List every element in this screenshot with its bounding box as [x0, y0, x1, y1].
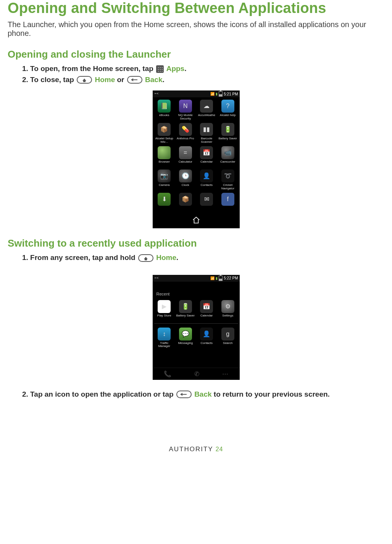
app-label: Contacts — [197, 184, 217, 190]
app-icon: 📗 — [158, 100, 171, 113]
home-keyword: Home — [156, 253, 176, 262]
app-icon: ▶ — [158, 300, 171, 313]
home-key-icon — [77, 76, 92, 84]
app-label: Battery Saver — [175, 314, 196, 321]
app-label — [175, 207, 196, 214]
status-time: 5:22 PM — [224, 276, 238, 280]
app-icon: 📅 — [200, 146, 213, 159]
section1-step1: 1. To open, from the Home screen, tap Ap… — [22, 63, 384, 74]
signal-icon: ▮ — [216, 276, 218, 280]
app-label: Traffic Manager — [154, 342, 175, 349]
text: . — [176, 253, 178, 262]
app-icon: 💊 — [179, 123, 192, 136]
app-label: AccuWeathe — [197, 114, 217, 121]
app-icon: N — [179, 100, 192, 113]
app-icon: 📹 — [221, 146, 234, 159]
footer-brand: AUTHORITY — [169, 446, 213, 453]
app-search[interactable]: gSearch — [218, 328, 238, 349]
empty-space — [154, 349, 238, 367]
back-key-icon — [127, 76, 142, 84]
app-camcorder[interactable]: 📹Camcorder — [218, 146, 238, 167]
app-ebooks[interactable]: 📗eBooks — [154, 100, 175, 121]
app-calendar[interactable]: 📅Calendar — [197, 300, 217, 321]
app-label: Calendar — [197, 160, 217, 167]
usb-icon — [154, 92, 160, 95]
app-alcatel-help[interactable]: ?Alcatel help — [218, 100, 238, 121]
app-icon: ⬇ — [158, 193, 171, 206]
home-icon — [192, 216, 200, 224]
section-switching-heading: Switching to a recently used application — [8, 237, 384, 249]
footer-page-number: 24 — [216, 446, 223, 452]
recent-row-2: ↕Traffic Manager💬Messaging👤ContactsgSear… — [154, 328, 238, 349]
section1-steps: 1. To open, from the Home screen, tap Ap… — [22, 63, 384, 85]
app-clock[interactable]: 🕒Clock — [175, 169, 196, 190]
app-messaging[interactable]: 💬Messaging — [175, 328, 196, 349]
app-barcode-scanner[interactable]: ▮▮Barcode Scanner — [197, 123, 217, 144]
app-label — [197, 207, 217, 214]
app-contacts[interactable]: 👤Contacts — [197, 328, 217, 349]
app-label: eBooks — [154, 114, 175, 121]
app-label: Cricket Navigator — [218, 184, 238, 190]
section-opening-closing-heading: Opening and closing the Launcher — [8, 48, 384, 60]
app-traffic-manager[interactable]: ↕Traffic Manager — [154, 328, 175, 349]
row-separator — [154, 323, 238, 324]
launcher-home-indicator — [153, 215, 240, 228]
intro-paragraph: The Launcher, which you open from the Ho… — [8, 20, 384, 38]
app-label: Contacts — [197, 342, 217, 349]
section2-step1: 1. From any screen, tap and hold Home. — [22, 252, 384, 263]
app-item[interactable]: ✉ — [197, 193, 217, 214]
app-icon: f — [221, 193, 234, 206]
status-bar: 📶 ▮ 5:22 PM — [153, 275, 240, 282]
text: . — [162, 76, 164, 84]
section2-step2: 2. Tap an icon to open the application o… — [22, 389, 384, 400]
app-battery-saver[interactable]: 🔋Battery Saver — [175, 300, 196, 321]
app-settings[interactable]: ⚙Settings — [218, 300, 238, 321]
recent-row-1: ▶Play Store🔋Battery Saver📅Calendar⚙Setti… — [154, 300, 238, 321]
app-item[interactable]: ⬇ — [154, 193, 175, 214]
app-icon: = — [179, 146, 192, 159]
app-icon: 📅 — [200, 300, 213, 313]
wifi-icon: 📶 — [210, 92, 215, 96]
app-label: Battery Saver — [218, 137, 238, 144]
home-keyword: Home — [95, 76, 115, 84]
text: . — [184, 65, 186, 73]
app-label: Camera — [154, 184, 175, 190]
app-item[interactable]: 📦 — [175, 193, 196, 214]
app-calculator[interactable]: =Calculator — [175, 146, 196, 167]
app-nq-mobile-security[interactable]: NNQ Mobile Security — [175, 100, 196, 121]
section2-steps-top: 1. From any screen, tap and hold Home. — [22, 252, 384, 263]
page-footer: AUTHORITY24 — [8, 446, 384, 461]
app-play-store[interactable]: ▶Play Store — [154, 300, 175, 321]
section2-steps-bottom: 2. Tap an icon to open the application o… — [22, 389, 384, 400]
launcher-screenshot: 📶 ▮ 5:21 PM 📗eBooksNNQ Mobile Security☁A… — [153, 90, 240, 228]
back-keyword: Back — [194, 390, 211, 398]
home-key-icon — [138, 254, 153, 262]
app-icon: 💬 — [179, 328, 192, 341]
app-camera[interactable]: 📷Camera — [154, 169, 175, 190]
section1-step2: 2. To close, tap Home or Back. — [22, 74, 384, 86]
app-label: Messaging — [175, 342, 196, 349]
app-alcatel-setup-wiz-[interactable]: 📦Alcatel Setup Wiz... — [154, 123, 175, 144]
app-icon: 👤 — [200, 169, 213, 182]
app-label: Calendar — [197, 314, 217, 321]
status-bar: 📶 ▮ 5:21 PM — [153, 90, 240, 97]
usb-icon — [154, 276, 160, 280]
app-icon: 🔋 — [221, 123, 234, 136]
app-label: Alcatel Setup Wiz... — [154, 137, 175, 144]
app-icon: 🕒 — [179, 169, 192, 182]
app-icon: ➰ — [221, 169, 234, 182]
app-calendar[interactable]: 📅Calendar — [197, 146, 217, 167]
app-label: Settings — [218, 314, 238, 321]
status-right: 📶 ▮ 5:21 PM — [210, 91, 238, 97]
app-browser[interactable]: Browser — [154, 146, 175, 167]
app-accuweathe[interactable]: ☁AccuWeathe — [197, 100, 217, 121]
app-icon: ⚙ — [221, 300, 234, 313]
app-cricket-navigator[interactable]: ➰Cricket Navigator — [218, 169, 238, 190]
signal-icon: ▮ — [216, 92, 218, 96]
app-battery-saver[interactable]: 🔋Battery Saver — [218, 123, 238, 144]
app-label: Alcatel help — [218, 114, 238, 121]
app-contacts[interactable]: 👤Contacts — [197, 169, 217, 190]
status-right: 📶 ▮ 5:22 PM — [210, 276, 238, 281]
app-item[interactable]: f — [218, 193, 238, 214]
app-antivirus-pro[interactable]: 💊Antivirus Pro — [175, 123, 196, 144]
